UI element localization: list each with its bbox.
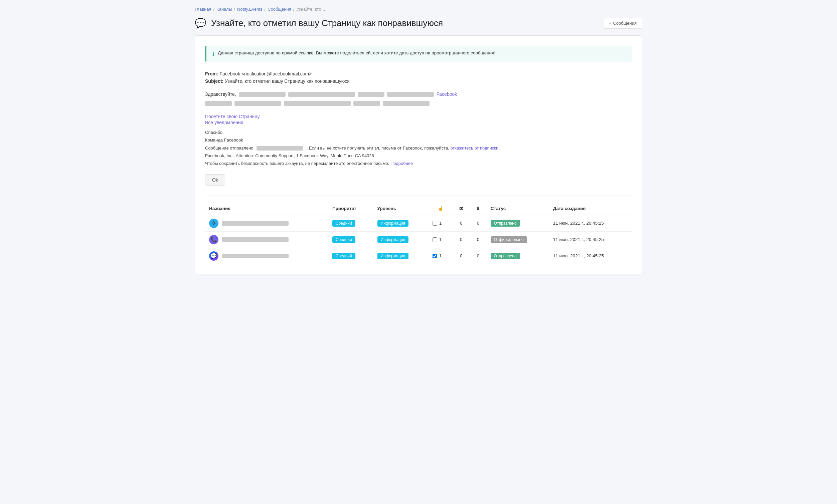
cell-name-0: ✈ xyxy=(205,215,328,232)
unsubscribe-link[interactable]: откажитесь от подписки xyxy=(450,146,498,151)
th-created: Дата создания xyxy=(549,203,632,215)
count1-2: 1 xyxy=(439,253,442,258)
cell-name-1: 📞 xyxy=(205,231,328,248)
sent-line: Сообщение отправлено . Если вы не хотите… xyxy=(205,144,632,152)
breadcrumb-current: Узнайте, кто … xyxy=(296,7,327,12)
page-title: Узнайте, кто отметил вашу Страницу как п… xyxy=(211,18,443,29)
row-checkbox-1[interactable] xyxy=(432,237,437,242)
cell-level-1: Информация xyxy=(373,231,428,248)
sent-prefix: Сообщение отправлено xyxy=(205,146,253,151)
row-checkbox-2[interactable] xyxy=(432,254,437,258)
greeting-line: Здравствуйте, Facebook xyxy=(205,91,632,98)
email-body: Здравствуйте, Facebook xyxy=(205,91,632,106)
cell-check-2: 1 xyxy=(428,248,453,264)
page-header: 💬 Узнайте, кто отметил вашу Страницу как… xyxy=(195,18,642,29)
email-meta: From: Facebook <notification@facebookmai… xyxy=(205,71,632,84)
divider xyxy=(205,195,632,196)
cell-priority-1: Средний xyxy=(328,231,373,248)
priority-badge-2: Средний xyxy=(332,253,355,259)
info-banner-text: Данная страница доступна по прямой ссылк… xyxy=(218,50,495,55)
cell-status-0: Отправлено xyxy=(487,215,549,232)
row-checkbox-0[interactable] xyxy=(432,221,437,226)
breadcrumb: Главная / Каналы / Notify.Events / Сообщ… xyxy=(195,7,642,12)
address-line: Facebook, Inc., Attention: Community Sup… xyxy=(205,152,632,160)
blurred-email xyxy=(256,146,303,151)
security-line: Чтобы сохранить безопасность вашего акка… xyxy=(205,160,632,167)
cell-status-2: Отправлено xyxy=(487,248,549,264)
breadcrumb-sep-3: / xyxy=(265,7,266,12)
blurred-name-1 xyxy=(239,92,286,97)
cell-created-2: 11 июн. 2021 г., 20:45:25 xyxy=(549,248,632,264)
viber-icon: 📞 xyxy=(209,235,218,244)
hand-icon: ☝ xyxy=(438,206,444,211)
email-links: Посетите свою Страницу Все уведомления xyxy=(205,114,632,125)
email-from: From: Facebook <notification@facebookmai… xyxy=(205,71,632,76)
breadcrumb-channels[interactable]: Каналы xyxy=(216,7,232,12)
ok-button[interactable]: Ok xyxy=(205,174,225,186)
th-hand: ☝ xyxy=(428,203,453,215)
breadcrumb-notify-events[interactable]: Notify.Events xyxy=(237,7,263,12)
info-banner: ℹ Данная страница доступна по прямой ссы… xyxy=(205,46,632,62)
details-link[interactable]: Подробнее xyxy=(390,161,413,166)
breadcrumb-home[interactable]: Главная xyxy=(195,7,211,12)
sent-end: . xyxy=(500,146,501,151)
download-icon: ⬇ xyxy=(476,206,480,211)
blurred-b1 xyxy=(205,101,232,106)
cell-count2-0: 0 xyxy=(452,215,469,232)
email-subject: Subject: Узнайте, кто отметил вашу Стран… xyxy=(205,78,632,84)
table-row: 📞 Средний Информация 1 0 0 Отфильтровано xyxy=(205,231,632,248)
breadcrumb-sep-2: / xyxy=(234,7,235,12)
blurred-channel-name-1 xyxy=(222,237,289,242)
cell-level-2: Информация xyxy=(373,248,428,264)
sent-suffix: . Если вы не хотите получать эти эл. пис… xyxy=(307,146,449,151)
priority-badge-0: Средний xyxy=(332,220,355,227)
cell-check-1: 1 xyxy=(428,231,453,248)
cell-status-1: Отфильтровано xyxy=(487,231,549,248)
blurred-channel-name-0 xyxy=(222,221,289,226)
telegram-icon: ✈ xyxy=(209,219,218,228)
blurred-row-2 xyxy=(205,101,632,106)
count1-1: 1 xyxy=(439,237,442,242)
status-badge-2: Отправлено xyxy=(491,253,520,259)
info-icon: ℹ xyxy=(212,51,214,57)
th-level: Уровень xyxy=(373,203,428,215)
team-line: Команда Facebook xyxy=(205,136,632,144)
cell-created-0: 11 июн. 2021 г., 20:45:25 xyxy=(549,215,632,232)
all-notifications-link[interactable]: Все уведомления xyxy=(205,120,632,125)
level-badge-2: Информация xyxy=(377,253,409,259)
breadcrumb-sep-4: / xyxy=(293,7,295,12)
main-card: ℹ Данная страница доступна по прямой ссы… xyxy=(195,35,642,274)
channels-table: Название Приоритет Уровень ☝ ✉ ⬇ Статус xyxy=(205,203,632,264)
thanks-line: Спасибо, xyxy=(205,129,632,136)
th-priority: Приоритет xyxy=(328,203,373,215)
table-row: ✈ Средний Информация 1 0 0 Отправлено xyxy=(205,215,632,232)
blurred-b4 xyxy=(353,101,380,106)
blurred-name-2 xyxy=(288,92,355,97)
cell-check-0: 1 xyxy=(428,215,453,232)
cell-level-0: Информация xyxy=(373,215,428,232)
breadcrumb-sep-1: / xyxy=(213,7,214,12)
blurred-channel-name-2 xyxy=(222,254,289,258)
table-body: ✈ Средний Информация 1 0 0 Отправлено xyxy=(205,215,632,264)
table-row: 💬 Средний Информация 1 0 0 Отправлено xyxy=(205,248,632,264)
level-badge-1: Информация xyxy=(377,236,409,243)
status-badge-0: Отправлено xyxy=(491,220,520,227)
cell-count3-1: 0 xyxy=(469,231,487,248)
level-badge-0: Информация xyxy=(377,220,409,227)
table-header: Название Приоритет Уровень ☝ ✉ ⬇ Статус xyxy=(205,203,632,215)
message-icon: 💬 xyxy=(195,18,207,29)
visit-page-link[interactable]: Посетите свою Страницу xyxy=(205,114,632,119)
page-title-wrap: 💬 Узнайте, кто отметил вашу Страницу как… xyxy=(195,18,443,29)
back-button[interactable]: « Сообщения xyxy=(604,18,642,29)
breadcrumb-messages[interactable]: Сообщения xyxy=(268,7,291,12)
cell-priority-2: Средний xyxy=(328,248,373,264)
priority-badge-1: Средний xyxy=(332,236,355,243)
facebook-link[interactable]: Facebook xyxy=(437,91,457,98)
blurred-b2 xyxy=(234,101,281,106)
th-status: Статус xyxy=(487,203,549,215)
th-name: Название xyxy=(205,203,328,215)
blurred-b5 xyxy=(383,101,429,106)
status-badge-1: Отфильтровано xyxy=(491,236,527,243)
messenger-icon: 💬 xyxy=(209,251,218,261)
cell-count3-0: 0 xyxy=(469,215,487,232)
